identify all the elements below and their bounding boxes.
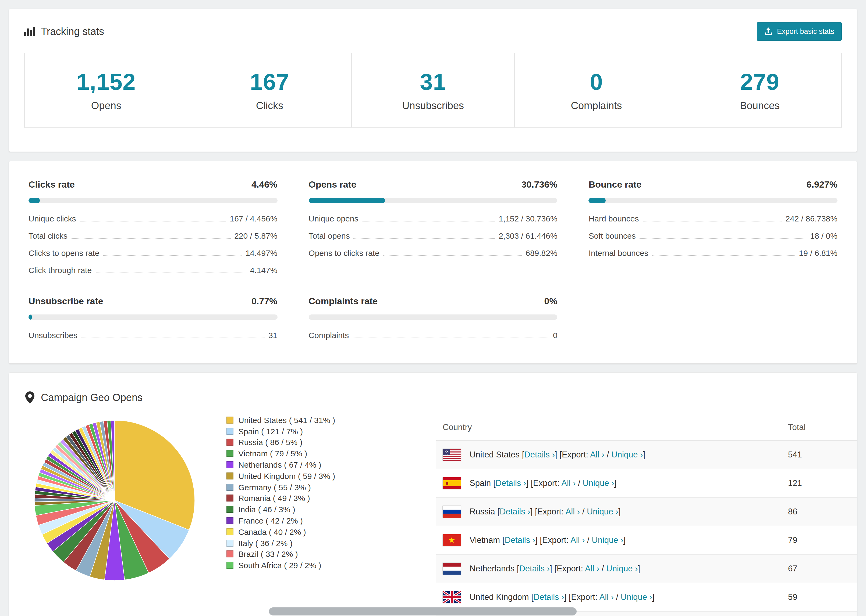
dotted-leader (96, 272, 246, 273)
bounces-label: Bounces (740, 100, 780, 112)
legend-swatch-icon (227, 528, 233, 535)
geo-title: Campaign Geo Opens (41, 391, 143, 404)
country-total: 55 (788, 611, 857, 616)
rate-detail-value: 31 (268, 331, 277, 340)
legend-swatch-icon (227, 427, 233, 435)
legend-swatch-icon (227, 551, 233, 558)
rate-detail-row: Clicks to opens rate14.497% (28, 248, 277, 258)
rate-detail-value: 242 / 86.738% (785, 214, 838, 223)
export-all-link[interactable]: All › (570, 535, 585, 545)
complaints-count: 0 (590, 69, 603, 95)
flag-gb-icon (443, 591, 461, 603)
export-unique-link[interactable]: Unique › (606, 564, 638, 573)
rate-detail-label: Click through rate (28, 266, 92, 275)
dotted-leader (81, 338, 265, 338)
dotted-leader (362, 221, 495, 222)
details-link[interactable]: Details › (519, 564, 550, 573)
bar-chart-icon (24, 27, 35, 36)
geo-table-row-nl: Netherlands [Details ›] [Export: All › /… (436, 555, 857, 583)
rate-percent: 6.927% (806, 179, 838, 190)
rate-detail-value: 4.147% (250, 266, 277, 275)
tracking-stats-header: Tracking stats Export basic stats (9, 9, 857, 53)
rate-detail-value: 2,303 / 61.446% (499, 231, 557, 240)
legend-label: Canada ( 40 / 2% ) (238, 527, 306, 536)
stat-box-bounces: 279 Bounces (678, 53, 842, 128)
campaign-geo-opens-card: Campaign Geo Opens United States ( 541 /… (9, 372, 857, 616)
export-unique-link[interactable]: Unique › (583, 478, 614, 487)
rate-detail-row: Hard bounces242 / 86.738% (589, 214, 838, 223)
export-button-label: Export basic stats (777, 27, 834, 36)
export-all-link[interactable]: All › (565, 507, 580, 516)
export-unique-link[interactable]: Unique › (621, 592, 652, 602)
rate-detail-label: Unique opens (309, 214, 358, 223)
legend-swatch-icon (227, 495, 233, 502)
details-link[interactable]: Details › (524, 450, 555, 459)
rate-progress-bar (309, 314, 557, 320)
geo-table-row-es: Spain [Details ›] [Export: All › / Uniqu… (436, 469, 857, 498)
country-cell-text: United Kingdom [Details ›] [Export: All … (469, 592, 655, 602)
geo-table-row-us: United States [Details ›] [Export: All ›… (436, 440, 857, 469)
rate-detail-label: Hard bounces (589, 214, 639, 223)
country-cell-text: Spain [Details ›] [Export: All › / Uniqu… (469, 478, 616, 488)
legend-label: United States ( 541 / 31% ) (238, 415, 335, 425)
stat-box-clicks: 167 Clicks (188, 53, 352, 128)
legend-label: South Africa ( 29 / 2% ) (238, 561, 321, 570)
rates-grid: Clicks rate4.46%Unique clicks167 / 4.456… (28, 179, 838, 340)
export-unique-link[interactable]: Unique › (592, 535, 623, 545)
legend-item-germany: Germany ( 55 / 3% ) (227, 482, 362, 493)
geo-table-wrap: Country Total United States [Details ›] … (436, 413, 857, 616)
geo-table-row-vn: Vietnam [Details ›] [Export: All › / Uni… (436, 526, 857, 555)
rate-detail-label: Unsubscribes (28, 331, 77, 340)
dotted-leader (383, 255, 522, 256)
details-link[interactable]: Details › (505, 535, 535, 545)
rate-detail-row: Total clicks220 / 5.87% (28, 231, 277, 240)
export-basic-stats-button[interactable]: Export basic stats (757, 22, 842, 41)
rate-detail-value: 689.82% (526, 248, 557, 258)
legend-label: Vietnam ( 79 / 5% ) (238, 449, 307, 458)
export-all-link[interactable]: All › (585, 564, 599, 573)
rate-detail-value: 220 / 5.87% (234, 231, 277, 240)
legend-label: Spain ( 121 / 7% ) (238, 426, 303, 436)
rate-detail-label: Complaints (309, 331, 349, 340)
export-unique-link[interactable]: Unique › (587, 507, 618, 516)
complaints-label: Complaints (571, 100, 622, 112)
rate-detail-value: 0 (553, 331, 557, 340)
country-total: 59 (788, 583, 857, 611)
dotted-leader (71, 238, 230, 239)
export-all-link[interactable]: All › (600, 592, 614, 602)
export-unique-link[interactable]: Unique › (611, 450, 643, 459)
rate-title: Unsubscribe rate (28, 296, 103, 307)
dotted-leader (353, 338, 549, 338)
legend-label: India ( 46 / 3% ) (238, 505, 295, 514)
legend-swatch-icon (227, 416, 233, 424)
legend-swatch-icon (227, 473, 233, 479)
legend-item-vietnam: Vietnam ( 79 / 5% ) (227, 448, 362, 459)
dotted-leader (103, 255, 241, 256)
export-all-link[interactable]: All › (590, 450, 604, 459)
flag-ru-icon (443, 506, 461, 518)
rate-detail-row: Internal bounces19 / 6.81% (589, 248, 838, 258)
country-total: 67 (788, 555, 857, 583)
legend-item-france: France ( 42 / 2% ) (227, 515, 362, 526)
legend-item-south-africa: South Africa ( 29 / 2% ) (227, 560, 362, 571)
rate-detail-row: Unsubscribes31 (28, 331, 277, 340)
details-link[interactable]: Details › (534, 592, 564, 602)
details-link[interactable]: Details › (500, 507, 531, 516)
dotted-leader (80, 221, 226, 222)
rate-block-complaints-rate: Complaints rate0%Complaints0 (309, 296, 557, 340)
rate-detail-label: Clicks to opens rate (28, 248, 99, 258)
clicks-count: 167 (250, 69, 290, 95)
export-all-link[interactable]: All › (561, 478, 576, 487)
legend-label: Brazil ( 33 / 2% ) (238, 550, 298, 559)
legend-swatch-icon (227, 461, 233, 468)
country-column-header: Country (436, 413, 788, 440)
rate-title: Clicks rate (28, 179, 75, 190)
rate-block-unsubscribe-rate: Unsubscribe rate0.77%Unsubscribes31 (28, 296, 277, 340)
geo-pie-chart (34, 420, 195, 581)
rate-detail-label: Internal bounces (589, 248, 649, 258)
details-link[interactable]: Details › (496, 478, 526, 487)
rate-block-bounce-rate: Bounce rate6.927%Hard bounces242 / 86.73… (589, 179, 838, 275)
country-cell-text: Netherlands [Details ›] [Export: All › /… (469, 564, 640, 574)
horizontal-scrollbar-thumb[interactable] (269, 607, 576, 616)
rate-progress-bar (28, 314, 277, 320)
